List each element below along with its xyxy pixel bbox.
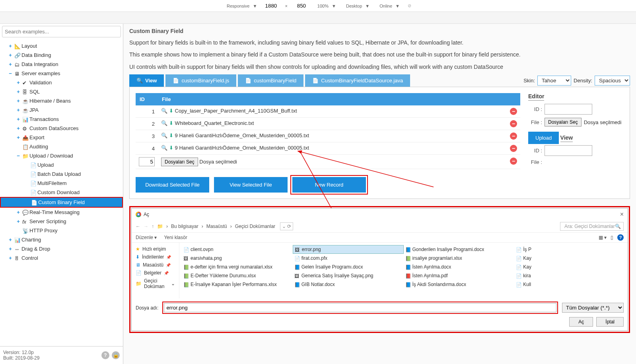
remove-row-icon[interactable]: − [510,120,517,127]
remove-row-icon[interactable]: − [510,108,517,115]
file-item[interactable]: 📄Kull [514,280,625,289]
tree-item-validation[interactable]: +✔Validation [0,78,123,87]
close-icon[interactable]: × [620,211,624,218]
file-item[interactable]: 📘GIB Notlar.docx [293,280,404,289]
nav-up-icon[interactable]: ↑ [152,224,154,229]
tree-item-data-integration[interactable]: +🗂Data Integration [0,60,123,69]
breadcrumb-desktop[interactable]: Masaüstü [206,224,227,229]
tree-item-layout[interactable]: +📐Layout [0,41,123,51]
remove-row-icon[interactable]: − [510,145,517,152]
view-file-icon[interactable]: 🔍 [161,145,167,151]
tree-item-control[interactable]: +🎚Control [0,253,123,263]
view-mode-icon[interactable]: ▦ ▾ [599,235,607,240]
tab-java[interactable]: 📄CustomBinaryFieldDataSource.java [305,74,410,87]
device-type[interactable]: Desktop ▼ [342,3,371,9]
remove-row-icon[interactable]: − [510,158,517,165]
search-input[interactable] [2,26,121,37]
tree-item-charting[interactable]: +📊Charting [0,235,123,244]
tree-item-upload-download[interactable]: −📁Upload / Download [0,151,123,160]
file-filter-select[interactable]: Tüm Dosyalar (*.*) [562,303,624,313]
editor-id-input[interactable] [545,104,592,115]
file-item[interactable]: 📄İş P [514,245,625,254]
download-file-icon[interactable]: ⬇ [169,145,173,151]
tree-item-custom-binary-field[interactable]: 📄Custom Binary Field [0,197,123,208]
lock-icon[interactable]: 🔒 [112,351,120,359]
table-row[interactable]: 2🔍⬇ Whiteboard_Quartet_Electronic.txt− [136,118,520,130]
file-item[interactable]: 📘Gelen İrsaliye Programı.docx [293,263,404,271]
table-row[interactable]: 3🔍⬇ 9 Haneli GarantiHızlıÖdeme_Ornek_Mus… [136,130,520,142]
view-file-icon[interactable]: 🔍 [161,108,167,114]
file-item[interactable]: 📘Gonderilen Irsaliye Programi.docx [404,245,515,254]
filename-input[interactable] [164,303,556,312]
remove-row-icon[interactable]: − [510,132,517,140]
file-item[interactable]: 📄client.ovpn [182,245,293,254]
nav-forward-icon[interactable]: → [144,224,148,229]
tree-item-custom-download[interactable]: 📄Custom Download [0,188,123,197]
nav-back-icon[interactable]: ← [136,224,140,229]
table-row[interactable]: 1🔍⬇ Copy_laser_Paper_Parchment_A4_110GSM… [136,105,520,118]
col-id[interactable]: ID [136,93,158,105]
file-item[interactable]: 📗e-defter için firma vergi numaralari.xl… [182,263,293,271]
tree-item-sql[interactable]: +🗄SQL [0,87,123,96]
col-file[interactable]: File [158,93,520,105]
new-record-button[interactable]: New Record [292,177,366,193]
view-file-icon[interactable]: 🔍 [161,120,167,126]
breadcrumb-folder[interactable]: Geçici Dokümanlar [235,224,275,229]
file-item[interactable]: 📕İsten Ayrılma.pdf [404,271,515,280]
zoom-level[interactable]: 100% ▼ [313,3,338,9]
download-file-icon[interactable]: ⬇ [169,120,173,126]
viewport-width[interactable] [263,2,279,9]
tree-item-batch-upload[interactable]: 📄Batch Data Upload [0,169,123,179]
table-row[interactable]: 4🔍⬇ 9 Haneli GarantiHızlıÖdeme_Ornek_Mus… [136,142,520,155]
side-downloads[interactable]: ⬇İndirilenler📌 [134,253,177,261]
tree-item-server-examples[interactable]: −🖥Server examples [0,69,123,78]
side-documents[interactable]: 📄Belgeler📌 [134,269,177,277]
tree-item-multifile[interactable]: 📄MultiFileItem [0,179,123,188]
breadcrumb-pc[interactable]: Bu bilgisayar [171,224,198,229]
tree-item-jpa[interactable]: +☕JPA [0,105,123,115]
download-file-icon[interactable]: ⬇ [169,132,173,138]
no-throttle-icon[interactable]: ⊘ [406,2,413,9]
tree-item-upload[interactable]: 📄Upload [0,160,123,169]
download-selected-button[interactable]: Download Selected File [136,177,209,193]
preview-pane-icon[interactable]: ▯ [611,235,613,240]
dialog-open-button[interactable]: Aç [569,317,593,327]
file-item[interactable]: 📘İsten Ayrılma.docx [404,263,515,271]
choose-file-button-editor[interactable]: Dosyaları Seç [545,118,582,127]
table-new-row[interactable]: Dosyaları Seç Dosya seçilmedi − [136,155,520,169]
tree-item-scripting[interactable]: +fxServer Scripting [0,217,123,226]
choose-file-button-row[interactable]: Dosyaları Seç [161,158,198,166]
refresh-icon[interactable]: ⟳ [287,224,291,229]
file-item[interactable]: 📗irsaliye programlari.xlsx [404,254,515,263]
dialog-cancel-button[interactable]: İptal [596,317,624,327]
tree-item-export[interactable]: +📤Export [0,133,123,142]
file-item[interactable]: 🖼error.png [293,245,404,254]
view-id-input[interactable] [545,145,592,156]
dialog-search[interactable]: Ara: Geçici Dokümanlar🔍 [560,222,624,231]
file-item[interactable]: 📄kira [514,271,625,280]
file-item[interactable]: 📄Kay [514,263,625,271]
tree-item-http-proxy[interactable]: 📡HTTP Proxy [0,226,123,235]
tab-js[interactable]: 📄customBinaryField.js [165,74,236,87]
responsive-mode[interactable]: Responsive ▼ [223,3,259,9]
side-desktop[interactable]: 🖥Masaüstü📌 [134,261,177,269]
viewport-height[interactable] [294,2,309,9]
new-id-input[interactable] [139,157,155,166]
view-file-icon[interactable]: 🔍 [161,132,167,138]
file-item[interactable]: 🖼Generica Satış İrsaliye Sayaç.png [293,271,404,280]
tree-item-custom-ds[interactable]: +⚙Custom DataSources [0,124,123,133]
file-item[interactable]: 📄firat.com.pfx [293,254,404,263]
network-throttle[interactable]: Online ▼ [375,3,402,9]
tree-item-data-binding[interactable]: +🔗Data Binding [0,51,123,60]
skin-select[interactable]: Tahoe [537,76,571,86]
tree-item-hibernate[interactable]: +☕Hibernate / Beans [0,96,123,105]
chevron-down-icon[interactable]: ⌄ [282,224,286,229]
tree-item-transactions[interactable]: +📊Transactions [0,115,123,124]
download-file-icon[interactable]: ⬇ [169,108,173,114]
tree-item-auditing[interactable]: 📋Auditing [0,142,123,151]
help-icon[interactable]: ? [101,351,109,359]
arrange-menu[interactable]: Düzenle ▾ [136,235,157,240]
density-select[interactable]: Spacious [595,76,630,86]
file-item[interactable]: 📗E-İrsaliye Kapanan İşler Performans.xls… [182,280,293,289]
file-item[interactable]: 🖼earsivhata.png [182,254,293,263]
